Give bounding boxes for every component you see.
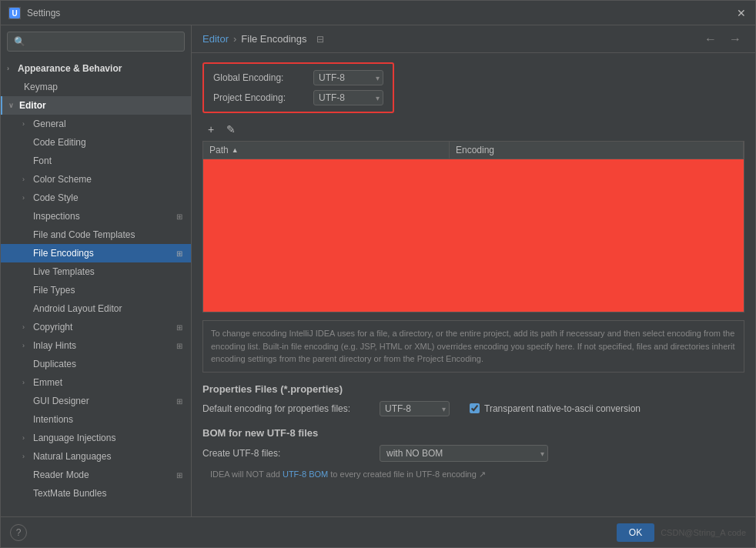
bottom-bar: ? OK CSDN@String_A code	[1, 516, 755, 547]
no-arrow-icon	[22, 157, 33, 165]
sidebar-item-code-style[interactable]: › Code Style	[1, 189, 191, 207]
no-arrow-icon	[22, 471, 33, 479]
no-arrow-icon	[22, 416, 33, 423]
sidebar-item-color-scheme[interactable]: › Color Scheme	[1, 170, 191, 189]
search-box[interactable]: 🔍	[7, 32, 185, 52]
chevron-right-icon: ›	[22, 120, 33, 128]
edit-encoding-button[interactable]: ✎	[222, 121, 239, 138]
sidebar-item-file-code-templates[interactable]: File and Code Templates	[1, 226, 191, 244]
default-encoding-row: Default encoding for properties files: U…	[202, 401, 744, 416]
project-encoding-row: Project Encoding: UTF-8 UTF-16 ISO-8859-…	[213, 90, 383, 105]
title-bar: U Settings ✕	[1, 1, 755, 25]
sidebar-item-gui-designer[interactable]: GUI Designer ⊞	[1, 392, 191, 410]
transparent-conversion-row: Transparent native-to-ascii conversion	[470, 403, 641, 414]
sidebar-item-android-layout-editor[interactable]: Android Layout Editor	[1, 299, 191, 318]
project-encoding-select-wrapper: UTF-8 UTF-16 ISO-8859-1	[313, 90, 383, 105]
breadcrumb-parent[interactable]: Editor	[202, 33, 229, 45]
no-arrow-icon	[22, 397, 33, 405]
global-encoding-select[interactable]: UTF-8 UTF-16 ISO-8859-1	[313, 70, 383, 85]
sidebar-item-label: Language Injections	[33, 433, 115, 443]
sidebar-item-label: Editor	[19, 100, 46, 111]
sidebar-item-general[interactable]: › General	[1, 115, 191, 133]
path-column-label: Path	[209, 145, 229, 155]
breadcrumb-bar: Editor › File Encodings ⊟ ← →	[192, 25, 755, 53]
create-utf8-label: Create UTF-8 files:	[202, 448, 372, 459]
sidebar-item-label: GUI Designer	[33, 396, 89, 406]
sidebar-item-label: Code Editing	[33, 137, 86, 148]
sidebar-item-label: File and Code Templates	[33, 229, 135, 240]
no-arrow-icon	[22, 231, 33, 239]
bookmark-icon: ⊟	[316, 34, 324, 45]
settings-badge-icon: ⊞	[174, 469, 185, 480]
encoding-description: To change encoding IntelliJ IDEA uses fo…	[202, 320, 744, 373]
back-button[interactable]: ←	[701, 31, 720, 48]
breadcrumb: Editor › File Encodings ⊟	[202, 33, 324, 45]
nav-buttons: ← →	[701, 31, 744, 48]
no-arrow-icon	[22, 490, 33, 497]
sidebar-item-textmate-bundles[interactable]: TextMate Bundles	[1, 484, 191, 503]
settings-badge-icon: ⊞	[174, 322, 185, 332]
chevron-right-icon: ›	[7, 65, 18, 72]
sidebar-tree: › Appearance & Behavior Keymap ∨ Editor …	[1, 58, 191, 516]
no-arrow-icon	[22, 249, 33, 257]
file-encodings-content: Global Encoding: UTF-8 UTF-16 ISO-8859-1…	[192, 53, 755, 516]
project-encoding-select[interactable]: UTF-8 UTF-16 ISO-8859-1	[313, 90, 383, 105]
global-encoding-select-wrapper: UTF-8 UTF-16 ISO-8859-1	[313, 70, 383, 85]
hint-suffix: to every created file in UTF-8 encoding …	[328, 469, 486, 479]
sidebar-item-natural-languages[interactable]: › Natural Languages	[1, 447, 191, 466]
path-column-header[interactable]: Path ▲	[203, 142, 450, 159]
settings-badge-icon: ⊞	[174, 396, 185, 406]
table-header: Path ▲ Encoding	[202, 141, 744, 159]
transparent-conversion-checkbox[interactable]	[470, 403, 480, 413]
forward-button[interactable]: →	[726, 31, 744, 48]
search-icon: 🔍	[14, 36, 25, 47]
sidebar-item-code-editing[interactable]: Code Editing	[1, 133, 191, 152]
sidebar-item-duplicates[interactable]: Duplicates	[1, 355, 191, 373]
default-encoding-label: Default encoding for properties files:	[202, 403, 372, 414]
sidebar-item-keymap[interactable]: Keymap	[1, 78, 191, 96]
ok-button[interactable]: OK	[617, 523, 654, 542]
create-utf8-select[interactable]: with NO BOM with BOM with BOM if UTF-8 B…	[380, 445, 548, 462]
utf8-bom-link[interactable]: UTF-8 BOM	[283, 469, 328, 479]
sidebar-item-label: Emmet	[33, 377, 62, 388]
sidebar-item-label: Inspections	[33, 211, 80, 222]
sidebar-item-label: Appearance & Behavior	[18, 63, 122, 74]
table-toolbar: + ✎	[202, 121, 744, 138]
sidebar-item-label: Inlay Hints	[33, 340, 76, 351]
create-utf8-select-wrapper: with NO BOM with BOM with BOM if UTF-8 B…	[380, 445, 548, 462]
sidebar-item-inlay-hints[interactable]: › Inlay Hints ⊞	[1, 336, 191, 355]
encoding-column-label: Encoding	[456, 145, 494, 155]
sidebar-item-label: Natural Languages	[33, 451, 111, 462]
sidebar-item-reader-mode[interactable]: Reader Mode ⊞	[1, 466, 191, 484]
table-data-area[interactable]	[202, 159, 744, 312]
sidebar-item-live-templates[interactable]: Live Templates	[1, 262, 191, 281]
project-encoding-label: Project Encoding:	[213, 92, 313, 103]
global-encoding-row: Global Encoding: UTF-8 UTF-16 ISO-8859-1	[213, 70, 383, 85]
sidebar-item-inspections[interactable]: Inspections ⊞	[1, 207, 191, 226]
help-button[interactable]: ?	[10, 524, 27, 541]
sidebar-item-editor[interactable]: ∨ Editor	[1, 96, 191, 115]
sidebar-item-label: File Encodings	[33, 248, 94, 259]
sidebar-item-file-encodings[interactable]: File Encodings ⊞	[1, 244, 191, 262]
sidebar-item-label: Android Layout Editor	[33, 303, 122, 314]
window-title: Settings	[27, 8, 735, 18]
chevron-right-icon: ›	[22, 175, 33, 183]
create-utf8-row: Create UTF-8 files: with NO BOM with BOM…	[202, 445, 744, 462]
sidebar-item-font[interactable]: Font	[1, 152, 191, 170]
close-button[interactable]: ✕	[735, 7, 748, 19]
chevron-right-icon: ›	[22, 342, 33, 349]
sidebar-item-intentions[interactable]: Intentions	[1, 410, 191, 429]
no-arrow-icon	[22, 268, 33, 276]
sidebar-item-label: Font	[33, 155, 52, 166]
chevron-right-icon: ›	[22, 194, 33, 202]
sidebar-item-language-injections[interactable]: › Language Injections	[1, 429, 191, 447]
default-encoding-select[interactable]: UTF-8 UTF-16 ISO-8859-1	[380, 401, 450, 416]
add-encoding-button[interactable]: +	[202, 121, 219, 138]
encoding-column-header[interactable]: Encoding	[450, 142, 744, 159]
sidebar-item-label: Keymap	[24, 82, 58, 92]
global-encoding-label: Global Encoding:	[213, 72, 313, 83]
sidebar-item-file-types[interactable]: File Types	[1, 281, 191, 299]
sidebar-item-appearance[interactable]: › Appearance & Behavior	[1, 59, 191, 78]
sidebar-item-emmet[interactable]: › Emmet	[1, 373, 191, 392]
sidebar-item-copyright[interactable]: › Copyright ⊞	[1, 318, 191, 336]
